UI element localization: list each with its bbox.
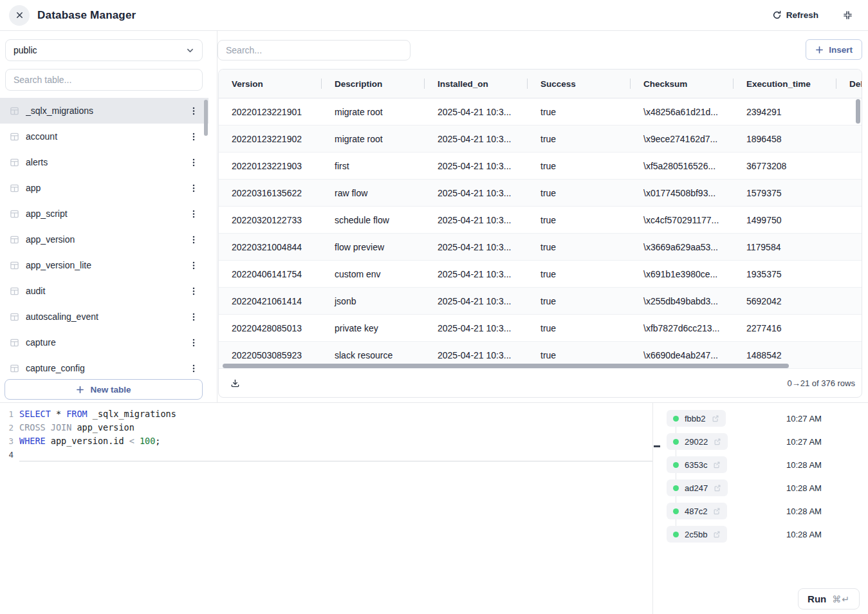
kebab-menu-icon[interactable] [188,259,199,272]
collapse-button[interactable] [843,10,853,20]
sidebar-item-audit[interactable]: audit [0,278,208,304]
external-link-icon[interactable] [714,484,721,492]
table-cell: 2025-04-21 10:3... [425,98,528,125]
kebab-menu-icon[interactable] [188,234,199,246]
editor-line[interactable]: 4 [0,448,652,461]
table-cell: true [528,98,631,125]
external-link-icon[interactable] [713,461,721,469]
column-header-version[interactable]: Version [219,70,322,98]
run-badge-6353c[interactable]: 6353c [667,456,727,473]
editor-line[interactable]: 2CROSS JOIN app_version [0,421,652,434]
external-link-icon[interactable] [713,530,721,538]
run-badge-ad247[interactable]: ad247 [667,479,728,496]
schema-select-value: public [14,45,37,55]
table-row[interactable]: 20220123221901migrate root2025-04-21 10:… [219,98,862,126]
kebab-menu-icon[interactable] [188,156,199,169]
sidebar-item-app[interactable]: app [0,175,208,201]
editor-line[interactable]: 1SELECT * FROM _sqlx_migrations [0,407,652,421]
editor-line[interactable]: 3WHERE app_version.id < 100; [0,434,652,448]
table-row[interactable]: 20220428085013private key2025-04-21 10:3… [219,315,862,342]
new-table-label: New table [90,385,131,395]
table-row[interactable]: 20220406141754custom env2025-04-21 10:3.… [219,261,862,288]
download-icon [230,378,240,388]
external-link-icon[interactable] [713,507,721,515]
run-badge-fbbb2[interactable]: fbbb2 [667,410,726,427]
table-icon [10,209,19,219]
external-link-icon[interactable] [712,414,719,422]
table-cell: migrate root [322,126,425,152]
column-header-installed_on[interactable]: Installed_on [425,70,528,98]
table-cell: 20220406141754 [219,261,322,287]
column-header-description[interactable]: Description [322,70,425,98]
table-cell: 2025-04-21 10:3... [425,234,528,260]
panel-resize-handle[interactable] [654,445,660,447]
insert-button[interactable]: Insert [806,39,862,60]
close-button[interactable] [9,5,30,26]
table-cell: true [528,207,631,233]
new-table-button[interactable]: New table [5,379,203,400]
external-link-icon[interactable] [714,438,721,445]
table-cell: 1896458 [734,126,836,152]
schema-select[interactable]: public [5,39,203,61]
rows-search-input[interactable] [217,40,411,60]
kebab-menu-icon[interactable] [188,182,199,194]
sidebar-item-app_script[interactable]: app_script [0,201,208,227]
table-cell: 2025-04-21 10:3... [425,180,528,206]
column-header-execution_time[interactable]: Execution_time [734,70,836,98]
column-header-checksum[interactable]: Checksum [631,70,734,98]
table-search-input[interactable] [5,69,203,91]
sidebar-item-app_version[interactable]: app_version [0,227,208,252]
table-cell: \xfb7827d6cc213... [631,315,734,341]
table-cell: 2394291 [734,98,836,125]
table-cell: first [322,153,425,179]
sidebar-item-_sqlx_migrations[interactable]: _sqlx_migrations [0,98,208,124]
sidebar-item-app_version_lite[interactable]: app_version_lite [0,252,208,278]
run-badge-487c2[interactable]: 487c2 [667,503,727,519]
table-cell: true [528,315,631,341]
success-dot-icon [673,416,679,422]
table-row[interactable]: 20220421061414jsonb2025-04-21 10:3...tru… [219,288,862,315]
kebab-menu-icon[interactable] [188,208,199,220]
data-grid: VersionDescriptionInstalled_onSuccessChe… [218,69,862,398]
table-row[interactable]: 20220321004844flow preview2025-04-21 10:… [219,234,862,261]
run-id: 2c5bb [685,530,707,539]
sidebar-item-capture[interactable]: capture [0,330,208,355]
run-badge-2c5bb[interactable]: 2c5bb [667,526,727,543]
sidebar-item-account[interactable]: account [0,124,208,149]
sidebar-item-alerts[interactable]: alerts [0,149,208,175]
sidebar-item-autoscaling_event[interactable]: autoscaling_event [0,304,208,330]
table-row[interactable]: 20220123221903first2025-04-21 10:3...tru… [219,153,862,180]
table-row[interactable]: 20220320122733schedule flow2025-04-21 10… [219,207,862,234]
table-name: app_version_lite [26,260,181,270]
table-row[interactable]: 20220123221902migrate root2025-04-21 10:… [219,126,862,153]
table-icon [10,158,19,167]
run-id: ad247 [685,483,708,493]
code-line [19,448,652,461]
column-header-dele[interactable]: Dele [836,70,862,98]
sidebar-scrollbar[interactable] [204,100,208,136]
run-badge-29022[interactable]: 29022 [667,433,728,450]
table-cell: private key [322,315,425,341]
top-bar: Database Manager Refresh [0,0,868,31]
table-row[interactable]: 20220316135622raw flow2025-04-21 10:3...… [219,180,862,207]
grid-horizontal-scrollbar[interactable] [223,364,789,368]
column-header-success[interactable]: Success [528,70,631,98]
grid-vertical-scrollbar[interactable] [856,99,860,124]
kebab-menu-icon[interactable] [188,285,199,297]
download-button[interactable] [229,377,241,389]
sidebar-item-capture_config[interactable]: capture_config [0,355,208,379]
close-icon [15,11,24,19]
sql-editor[interactable]: 1SELECT * FROM _sqlx_migrations2CROSS JO… [0,403,653,614]
kebab-menu-icon[interactable] [188,131,199,143]
refresh-button[interactable]: Refresh [768,10,822,21]
table-icon [10,364,19,373]
kebab-menu-icon[interactable] [188,362,199,375]
run-id: 29022 [685,437,708,447]
table-cell: schedule flow [322,207,425,233]
line-number: 2 [0,421,19,434]
kebab-menu-icon[interactable] [188,105,199,117]
kebab-menu-icon[interactable] [188,311,199,323]
table-name: autoscaling_event [26,312,181,322]
success-dot-icon [673,508,679,514]
kebab-menu-icon[interactable] [188,337,199,349]
